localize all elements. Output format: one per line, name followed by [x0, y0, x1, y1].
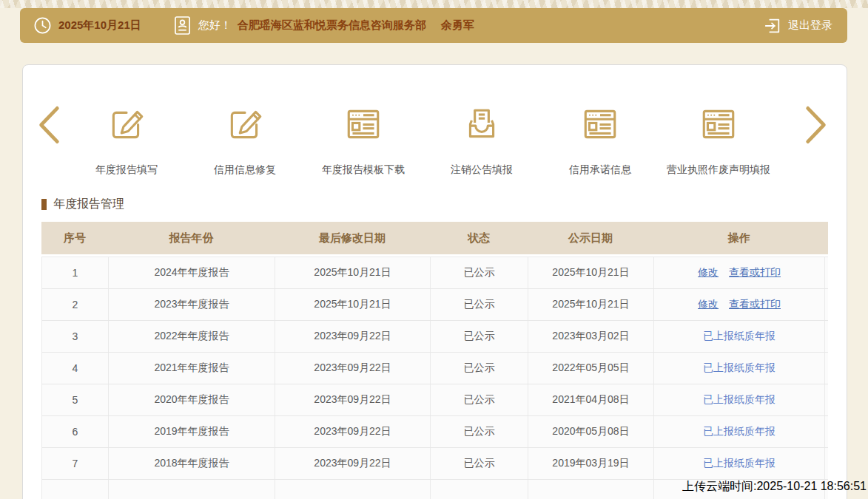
cell-index: 1: [42, 257, 109, 288]
cell-last-modified-date: 2023年09月22日: [275, 353, 431, 384]
column-header: 状态: [430, 222, 528, 254]
cell-index: 3: [42, 321, 109, 352]
column-header: 报告年份: [108, 222, 275, 254]
table-row: 62019年年度报告2023年09月22日已公示2020年05月08日已上报纸质…: [42, 416, 828, 448]
cell-actions: 修改查看或打印: [654, 289, 825, 320]
logout-button[interactable]: 退出登录: [764, 17, 832, 35]
carousel-item-label: 年度报告模板下载: [322, 163, 405, 177]
annual-report-table: 序号报告年份最后修改日期状态公示日期操作 12024年年度报告2025年10月2…: [41, 222, 828, 499]
top-pattern-banner: [0, 0, 868, 8]
carousel-item-label: 营业执照作废声明填报: [667, 163, 770, 177]
section-header: 年度报告管理: [41, 197, 847, 212]
cell-actions: 已上报纸质年报: [654, 448, 825, 479]
cell-last-modified-date: 2023年09月22日: [275, 384, 431, 415]
clock-icon: [33, 16, 52, 35]
cell-index: 2: [42, 289, 109, 320]
action-text[interactable]: 已上报纸质年报: [703, 361, 776, 375]
table-row: 12024年年度报告2025年10月21日已公示2025年10月21日修改查看或…: [42, 257, 828, 289]
cell-empty: [275, 480, 431, 499]
cell-last-modified-date: 2025年10月21日: [275, 257, 431, 288]
cell-publish-date: 2021年04月08日: [528, 384, 654, 415]
cell-index: 7: [42, 448, 109, 479]
cell-report-year: 2020年年度报告: [109, 384, 275, 415]
cell-publish-date: 2020年05月08日: [528, 416, 654, 447]
action-text[interactable]: 已上报纸质年报: [703, 393, 776, 407]
cell-status: 已公示: [431, 321, 528, 352]
carousel-item-1[interactable]: 年度报告填写: [67, 103, 186, 177]
cell-last-modified-date: 2023年09月22日: [275, 416, 431, 447]
cell-actions: 已上报纸质年报: [654, 416, 825, 447]
cell-publish-date: 2025年10月21日: [528, 257, 654, 288]
user-name: 余勇军: [441, 18, 474, 33]
cell-status: 已公示: [431, 257, 528, 288]
cell-last-modified-date: 2023年09月22日: [275, 321, 431, 352]
cell-report-year: 2022年年度报告: [109, 321, 275, 352]
table-row: 22023年年度报告2025年10月21日已公示2025年10月21日修改查看或…: [42, 289, 828, 321]
action-text[interactable]: 已上报纸质年报: [703, 457, 776, 470]
action-link[interactable]: 查看或打印: [729, 298, 781, 311]
cell-report-year: 2024年年度报告: [109, 257, 275, 288]
upload-time-watermark: 上传云端时间:2025-10-21 18:56:51: [682, 479, 867, 495]
cell-status: 已公示: [431, 384, 528, 415]
carousel-prev-button[interactable]: [30, 103, 67, 146]
carousel-item-label: 年度报告填写: [95, 163, 158, 177]
cell-report-year: 2021年年度报告: [109, 353, 275, 384]
cell-publish-date: 2025年10月21日: [528, 289, 654, 320]
cell-index: 5: [42, 384, 109, 415]
cell-empty: [42, 480, 109, 499]
column-header: 序号: [41, 222, 108, 254]
carousel-item-label: 注销公告填报: [451, 163, 513, 177]
user-badge-icon: [174, 16, 191, 35]
cell-last-modified-date: 2023年09月22日: [275, 448, 431, 479]
edit-icon: [225, 103, 265, 145]
cell-report-year: 2018年年度报告: [109, 448, 275, 479]
current-date: 2025年10月21日: [58, 18, 141, 33]
template-icon: [580, 103, 620, 145]
cell-index: 6: [42, 416, 109, 447]
cell-empty: [431, 480, 528, 499]
cell-actions: 已上报纸质年报: [654, 353, 825, 384]
carousel-item-5[interactable]: 信用承诺信息: [541, 103, 659, 177]
cell-report-year: 2019年年度报告: [109, 416, 275, 447]
table-header-row: 序号报告年份最后修改日期状态公示日期操作: [41, 222, 828, 254]
carousel-next-button[interactable]: [798, 103, 835, 146]
carousel-item-label: 信用承诺信息: [569, 163, 631, 177]
main-card: 年度报告填写 信用信息修复 年度报告模板下载: [22, 64, 847, 499]
cell-empty: [528, 480, 654, 499]
column-header: 操作: [653, 222, 824, 254]
carousel-item-6[interactable]: 营业执照作废声明填报: [659, 103, 778, 177]
column-header: 最后修改日期: [275, 222, 430, 254]
template-icon: [343, 103, 383, 145]
carousel-item-2[interactable]: 信用信息修复: [186, 103, 304, 177]
cell-actions: 已上报纸质年报: [654, 384, 825, 415]
carousel-item-3[interactable]: 年度报告模板下载: [304, 103, 423, 177]
cell-status: 已公示: [431, 289, 528, 320]
cell-status: 已公示: [431, 448, 528, 479]
logout-icon: [764, 17, 781, 35]
greeting-text: 您好！: [198, 18, 232, 33]
action-text[interactable]: 已上报纸质年报: [703, 425, 776, 438]
carousel-item-4[interactable]: 注销公告填报: [423, 103, 541, 177]
table-row: 32022年年度报告2023年09月22日已公示2023年03月02日已上报纸质…: [42, 321, 828, 353]
carousel-items: 年度报告填写 信用信息修复 年度报告模板下载: [67, 103, 778, 177]
cell-empty: [109, 480, 275, 499]
cell-status: 已公示: [431, 416, 528, 447]
cell-status: 已公示: [431, 353, 528, 384]
table-body: 12024年年度报告2025年10月21日已公示2025年10月21日修改查看或…: [41, 257, 828, 499]
feature-carousel: 年度报告填写 信用信息修复 年度报告模板下载: [23, 65, 847, 177]
topbar: 2025年10月21日 您好！ 合肥瑶海区蓝和悦票务信息咨询服务部 余勇军 退出…: [20, 8, 847, 43]
cell-report-year: 2023年年度报告: [109, 289, 275, 320]
action-link[interactable]: 查看或打印: [729, 266, 781, 279]
table-row: 42021年年度报告2023年09月22日已公示2022年05月05日已上报纸质…: [42, 353, 828, 384]
action-link[interactable]: 修改: [698, 298, 719, 311]
table-row: 52020年年度报告2023年09月22日已公示2021年04月08日已上报纸质…: [42, 384, 828, 416]
carousel-item-label: 信用信息修复: [214, 163, 276, 177]
cell-actions: 已上报纸质年报: [654, 321, 825, 352]
cell-publish-date: 2023年03月02日: [528, 321, 654, 352]
cell-publish-date: 2022年05月05日: [528, 353, 654, 384]
cell-last-modified-date: 2025年10月21日: [275, 289, 431, 320]
company-name: 合肥瑶海区蓝和悦票务信息咨询服务部: [238, 18, 426, 33]
section-bullet: [41, 199, 47, 210]
action-text[interactable]: 已上报纸质年报: [703, 330, 776, 343]
action-link[interactable]: 修改: [698, 266, 719, 279]
